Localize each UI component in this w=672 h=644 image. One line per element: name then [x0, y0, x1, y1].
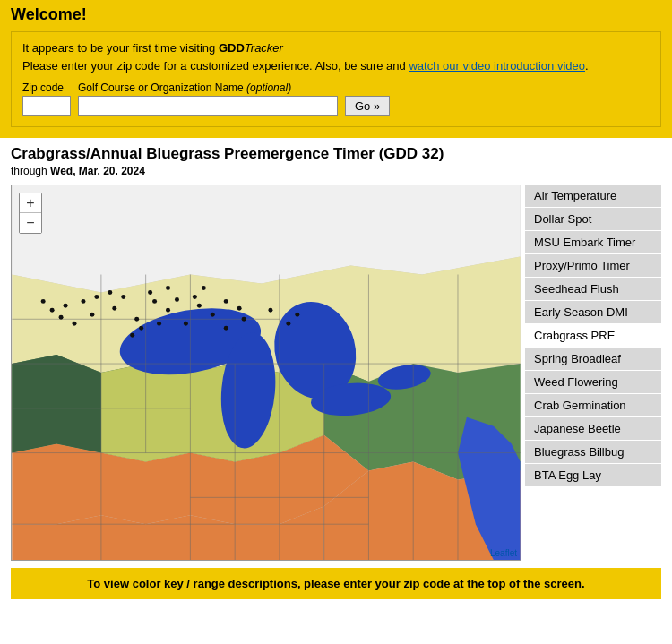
zoom-in-button[interactable]: +: [20, 193, 41, 213]
map-content-row: + −: [11, 185, 661, 561]
zip-label: Zip code: [22, 82, 71, 94]
svg-point-41: [166, 308, 170, 313]
zip-form-row: Zip code Golf Course or Organization Nam…: [22, 82, 650, 116]
svg-point-36: [81, 299, 85, 304]
svg-point-50: [139, 326, 143, 331]
svg-point-46: [237, 306, 242, 311]
svg-point-60: [108, 290, 112, 295]
org-form-group: Golf Course or Organization Name (option…: [78, 82, 338, 116]
page-wrapper: Welcome! It appears to be your first tim…: [0, 0, 672, 644]
sidebar-item-crabgrass-pre[interactable]: Crabgrass PRE: [525, 324, 661, 348]
svg-point-34: [73, 322, 77, 326]
sidebar-item-spring-broadleaf[interactable]: Spring Broadleaf: [525, 348, 661, 371]
sidebar-item-japanese-beetle[interactable]: Japanese Beetle: [525, 417, 661, 441]
brand-bold: GDD: [219, 41, 245, 55]
sidebar-item-bluegrass-billbug[interactable]: Bluegrass Billbug: [525, 441, 661, 464]
welcome-box: It appears to be your first time visitin…: [0, 28, 672, 138]
bottom-banner-text: To view color key / range descriptions, …: [87, 577, 584, 590]
sidebar-item-weed-flowering[interactable]: Weed Flowering: [525, 371, 661, 394]
svg-point-43: [197, 304, 202, 308]
sidebar-item-msu-embark-timer[interactable]: MSU Embark Timer: [525, 231, 661, 254]
svg-point-57: [202, 286, 206, 290]
map-svg: [12, 185, 521, 560]
svg-point-45: [224, 299, 228, 304]
welcome-title: Welcome!: [11, 5, 661, 24]
intro-text-suffix: Please enter your zip code for a customi…: [22, 59, 409, 73]
map-section: Crabgrass/Annual Bluegrass Preemergence …: [0, 138, 672, 561]
sidebar-item-early-season-dmi[interactable]: Early Season DMI: [525, 301, 661, 324]
intro-suffix-dot: .: [585, 59, 589, 73]
svg-point-44: [211, 313, 215, 317]
zip-input[interactable]: [22, 96, 71, 116]
org-input[interactable]: [78, 96, 338, 116]
sidebar-item-bta-egg-lay[interactable]: BTA Egg Lay: [525, 464, 661, 487]
svg-point-55: [242, 317, 246, 322]
svg-marker-9: [12, 355, 101, 452]
svg-point-37: [64, 304, 68, 308]
svg-point-61: [50, 308, 55, 313]
map-zoom-controls: + −: [19, 193, 42, 234]
brand-italic: Tracker: [245, 41, 283, 55]
svg-point-42: [175, 297, 179, 302]
welcome-text: It appears to be your first time visitin…: [22, 39, 650, 74]
sidebar-item-crab-germination[interactable]: Crab Germination: [525, 394, 661, 417]
sidebar-item-proxy-primo-timer[interactable]: Proxy/Primo Timer: [525, 254, 661, 278]
org-label: Golf Course or Organization Name (option…: [78, 82, 338, 94]
svg-point-53: [286, 322, 290, 326]
map-date: Wed, Mar. 20. 2024: [50, 165, 145, 177]
svg-point-47: [268, 308, 272, 313]
svg-point-62: [41, 299, 46, 304]
zip-form-group: Zip code: [22, 82, 71, 116]
welcome-inner: It appears to be your first time visitin…: [11, 31, 661, 127]
svg-point-49: [157, 322, 161, 326]
through-label: through: [11, 165, 50, 177]
svg-point-39: [121, 295, 125, 299]
svg-point-31: [90, 313, 94, 317]
sidebar-item-seedhead-flush[interactable]: Seedhead Flush: [525, 278, 661, 301]
svg-point-40: [152, 299, 157, 304]
intro-video-link[interactable]: watch our video introduction video: [409, 59, 585, 73]
svg-point-56: [193, 295, 197, 299]
map-container[interactable]: + −: [11, 185, 521, 561]
sidebar: Air Temperature Dollar Spot MSU Embark T…: [521, 185, 661, 561]
map-subtitle: through Wed, Mar. 20. 2024: [11, 165, 661, 177]
svg-point-54: [295, 313, 299, 317]
svg-point-33: [134, 317, 139, 322]
svg-point-51: [130, 333, 134, 338]
zoom-out-button[interactable]: −: [20, 213, 41, 233]
svg-point-35: [59, 315, 64, 320]
svg-point-58: [166, 286, 170, 290]
intro-text-prefix: It appears to be your first time visitin…: [22, 41, 219, 55]
sidebar-item-air-temperature[interactable]: Air Temperature: [525, 185, 661, 208]
sidebar-item-dollar-spot[interactable]: Dollar Spot: [525, 208, 661, 231]
svg-point-48: [184, 322, 188, 326]
bottom-banner: To view color key / range descriptions, …: [11, 568, 661, 599]
svg-point-59: [148, 290, 152, 295]
welcome-header: Welcome!: [0, 0, 672, 28]
leaflet-attribution[interactable]: Leaflet: [490, 548, 517, 558]
svg-point-32: [112, 306, 116, 311]
go-button[interactable]: Go »: [345, 96, 390, 116]
map-title: Crabgrass/Annual Bluegrass Preemergence …: [11, 145, 661, 163]
svg-point-52: [224, 326, 228, 331]
svg-point-38: [94, 295, 99, 299]
